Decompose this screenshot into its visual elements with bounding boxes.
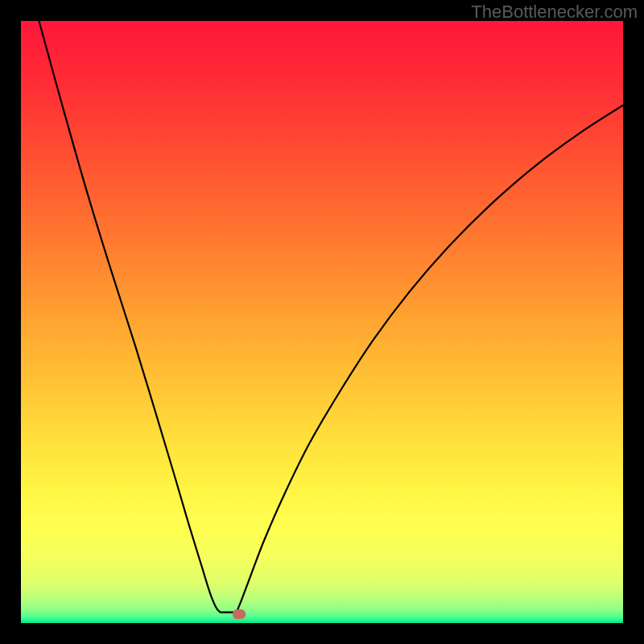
optimal-marker bbox=[233, 609, 246, 619]
bottleneck-curve bbox=[21, 21, 623, 623]
plot-area bbox=[21, 21, 623, 623]
watermark-text: TheBottlenecker.com bbox=[471, 2, 638, 23]
